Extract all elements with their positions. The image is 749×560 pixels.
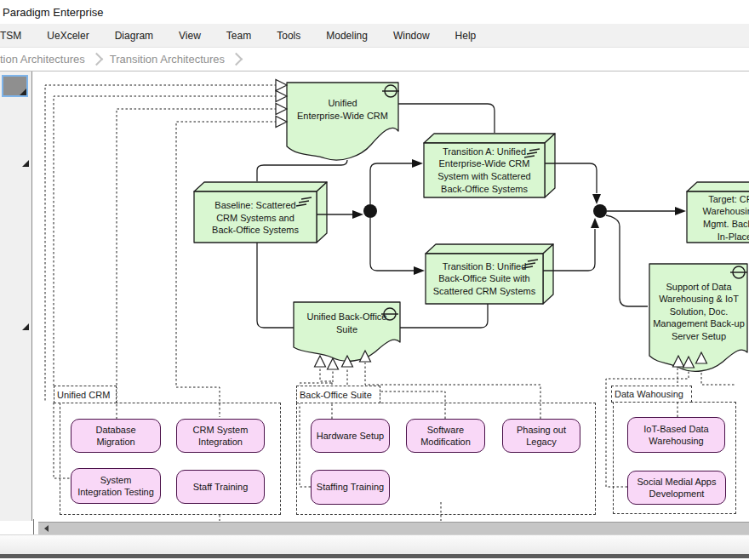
- menu-item-diagram[interactable]: Diagram: [102, 30, 166, 42]
- group-back-office-label: Back-Office Suite: [300, 390, 372, 400]
- menu-bar: TSM UeXceler Diagram View Team Tools Mod…: [0, 24, 749, 48]
- node-gap-unified-crm[interactable]: Unified Enterprise-Wide CRM: [287, 90, 398, 129]
- group-data-warehousing-label: Data Wahousing: [615, 389, 683, 399]
- node-plateau-transition-a[interactable]: Transition A: Unified Enterprise-Wide CR…: [424, 145, 545, 196]
- task-database-migration[interactable]: Database Migration: [71, 419, 161, 453]
- node-gap-back-office[interactable]: Unified Back-Office Suite: [294, 306, 400, 340]
- menu-item-window[interactable]: Window: [380, 30, 443, 42]
- junction-icon[interactable]: [363, 204, 607, 218]
- task-social-media-apps-development[interactable]: Social Medial Apps Development: [627, 471, 726, 505]
- horizontal-scrollbar[interactable]: [32, 521, 749, 534]
- chevron-right-icon: [230, 53, 243, 66]
- scroll-left-button[interactable]: [39, 523, 53, 534]
- chevron-right-icon: [89, 53, 103, 66]
- node-plateau-target[interactable]: Target: CRM Warehousing & Mgmt. Back-up …: [687, 196, 749, 240]
- menu-item-team[interactable]: Team: [214, 30, 264, 42]
- application-window: Paradigm Enterprise TSM UeXceler Diagram…: [0, 0, 749, 560]
- menu-item-view[interactable]: View: [166, 30, 214, 42]
- swatch-corner-marker-icon: [20, 89, 26, 95]
- panel-resize-marker-icon[interactable]: [22, 323, 29, 330]
- task-hardware-setup[interactable]: Hardware Setup: [311, 419, 390, 453]
- menu-item-uexceler[interactable]: UeXceler: [34, 30, 101, 42]
- scrollbar-track[interactable]: [38, 522, 749, 534]
- breadcrumb: tion Architectures Transition Architectu…: [0, 48, 749, 71]
- node-plateau-baseline[interactable]: Baseline: Scattered CRM Systems and Back…: [194, 196, 317, 240]
- diagram-canvas[interactable]: Unified CRM Back-Office Suite Data Wahou…: [32, 71, 749, 521]
- palette-sidebar: [0, 71, 32, 521]
- task-staffing-training[interactable]: Staffing Training: [311, 470, 390, 505]
- task-iot-based-data-warehousing[interactable]: IoT-Based Data Warehousing: [627, 417, 725, 453]
- scroll-left-arrow-icon: [44, 525, 49, 532]
- status-bar: [0, 534, 749, 554]
- menu-item-tsm[interactable]: TSM: [0, 30, 34, 42]
- menu-item-modeling[interactable]: Modeling: [313, 30, 380, 42]
- window-title: Paradigm Enterprise: [3, 6, 104, 19]
- task-software-modification[interactable]: Software Modification: [406, 419, 485, 453]
- panel-divider: [33, 519, 34, 534]
- bottom-accent-bar: [0, 554, 749, 558]
- group-back-office-tab[interactable]: Back-Office Suite: [296, 386, 380, 403]
- breadcrumb-item-architectures[interactable]: tion Architectures: [0, 53, 85, 66]
- task-system-integration-testing[interactable]: System Integration Testing: [71, 468, 161, 504]
- menu-item-tools[interactable]: Tools: [264, 30, 313, 42]
- title-bar: Paradigm Enterprise: [0, 0, 749, 24]
- task-phasing-out-legacy[interactable]: Phasing out Legacy: [502, 419, 580, 453]
- group-unified-crm-tab[interactable]: Unified CRM: [54, 386, 117, 403]
- node-plateau-transition-b[interactable]: Transition B: Unified Back-Office Suite …: [426, 255, 543, 302]
- group-unified-crm-label: Unified CRM: [57, 390, 110, 400]
- breadcrumb-item-transition-architectures[interactable]: Transition Architectures: [110, 53, 225, 66]
- group-data-warehousing-tab[interactable]: Data Wahousing: [611, 386, 692, 403]
- task-staff-training[interactable]: Staff Training: [176, 470, 265, 504]
- task-crm-system-integration[interactable]: CRM System Integration: [176, 419, 265, 453]
- palette-selected-swatch[interactable]: [2, 75, 28, 97]
- panel-resize-marker-icon[interactable]: [22, 160, 29, 167]
- node-gap-support-data[interactable]: Support of Data Warehousing & IoT Soluti…: [651, 274, 746, 349]
- menu-item-help[interactable]: Help: [443, 30, 489, 42]
